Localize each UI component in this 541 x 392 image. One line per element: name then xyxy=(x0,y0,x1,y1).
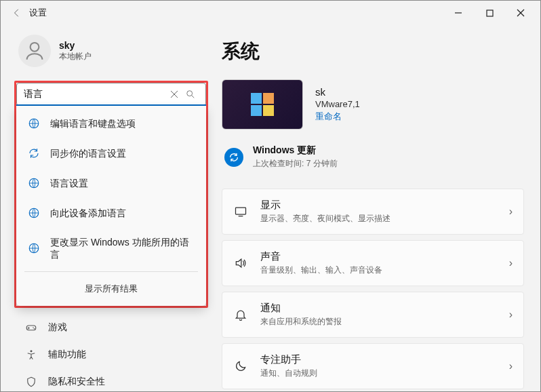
card-focus-assist[interactable]: 专注助手通知、自动规则 › xyxy=(222,343,524,389)
nav-label: 隐私和安全性 xyxy=(48,376,105,388)
card-sub: 显示器、亮度、夜间模式、显示描述 xyxy=(260,213,497,224)
search-button[interactable] xyxy=(182,90,199,99)
svg-point-16 xyxy=(31,351,33,353)
svg-line-8 xyxy=(192,96,195,98)
username: sky xyxy=(59,40,92,51)
back-button[interactable] xyxy=(5,1,29,25)
update-checked: 上次检查时间: 7 分钟前 xyxy=(253,158,338,170)
shield-icon xyxy=(25,376,37,388)
nav-label: 游戏 xyxy=(48,321,67,334)
suggestion-label: 向此设备添加语言 xyxy=(50,207,126,219)
language-icon xyxy=(27,117,41,130)
windows-update[interactable]: Windows 更新 上次检查时间: 7 分钟前 xyxy=(224,144,524,170)
system-info: sk VMware7,1 重命名 xyxy=(222,79,524,130)
pc-name: sk xyxy=(315,86,360,98)
search-box[interactable] xyxy=(16,83,206,106)
bell-icon xyxy=(233,307,248,322)
card-title: 声音 xyxy=(260,250,497,263)
language-icon xyxy=(27,241,41,255)
update-icon xyxy=(224,148,243,167)
nav-privacy[interactable]: 隐私和安全性 xyxy=(17,369,205,392)
card-display[interactable]: 显示显示器、亮度、夜间模式、显示描述 › xyxy=(222,189,524,235)
language-icon xyxy=(27,176,41,190)
card-sub: 音量级别、输出、输入、声音设备 xyxy=(260,264,497,276)
card-notifications[interactable]: 通知来自应用和系统的警报 › xyxy=(222,292,524,338)
avatar xyxy=(18,35,51,67)
suggestion-item[interactable]: 向此设备添加语言 xyxy=(16,198,206,228)
display-icon xyxy=(233,204,248,219)
minimize-icon xyxy=(454,9,462,17)
suggestion-item[interactable]: 语言设置 xyxy=(16,168,206,198)
suggestion-item[interactable]: 同步你的语言设置 xyxy=(16,138,206,168)
titlebar: 设置 xyxy=(1,1,540,25)
card-sub: 通知、自动规则 xyxy=(260,368,497,379)
svg-rect-17 xyxy=(236,208,246,214)
update-title: Windows 更新 xyxy=(253,144,338,157)
svg-point-7 xyxy=(187,91,193,96)
window-title: 设置 xyxy=(29,7,47,19)
user-profile[interactable]: sky 本地帐户 xyxy=(18,35,208,67)
accessibility-icon xyxy=(25,349,37,361)
search-input[interactable] xyxy=(24,89,166,100)
svg-rect-1 xyxy=(487,10,493,16)
suggestion-label: 语言设置 xyxy=(50,177,88,189)
card-sound[interactable]: 声音音量级别、输出、输入、声音设备 › xyxy=(222,240,524,286)
suggestion-label: 更改显示 Windows 功能所用的语言 xyxy=(50,236,195,260)
close-icon xyxy=(517,9,525,17)
person-icon xyxy=(23,39,46,62)
chevron-right-icon: › xyxy=(509,205,513,218)
page-title: 系统 xyxy=(222,39,524,64)
card-title: 通知 xyxy=(260,302,497,315)
sound-icon xyxy=(233,256,248,271)
windows-logo-icon xyxy=(251,93,274,116)
minimize-button[interactable] xyxy=(443,2,474,24)
rename-link[interactable]: 重命名 xyxy=(315,111,360,123)
moon-icon xyxy=(233,359,248,374)
card-title: 显示 xyxy=(260,199,497,212)
svg-point-14 xyxy=(33,328,34,329)
suggestion-item[interactable]: 编辑语言和键盘选项 xyxy=(16,109,206,138)
show-all-results[interactable]: 显示所有结果 xyxy=(16,275,206,303)
search-icon xyxy=(186,90,195,99)
suggestion-label: 编辑语言和键盘选项 xyxy=(50,117,136,130)
sidebar: sky 本地帐户 编辑语言和键盘选项 同步你的语言设置 xyxy=(1,25,211,391)
search-highlight: 编辑语言和键盘选项 同步你的语言设置 语言设置 向此设备添加语言 更改显示 Wi… xyxy=(14,81,208,308)
maximize-icon xyxy=(486,9,494,17)
svg-point-15 xyxy=(34,328,35,330)
arrow-left-icon xyxy=(12,8,22,18)
chevron-right-icon: › xyxy=(509,309,513,321)
x-icon xyxy=(170,90,178,98)
maximize-button[interactable] xyxy=(474,2,505,24)
chevron-right-icon: › xyxy=(509,360,513,372)
gamepad-icon xyxy=(25,321,37,334)
close-button[interactable] xyxy=(505,2,536,24)
card-sub: 来自应用和系统的警报 xyxy=(260,316,497,328)
nav-gaming[interactable]: 游戏 xyxy=(17,315,205,340)
card-title: 专注助手 xyxy=(260,353,497,366)
account-type: 本地帐户 xyxy=(59,51,92,62)
suggestion-label: 同步你的语言设置 xyxy=(50,147,126,159)
device-image xyxy=(222,79,303,130)
pc-model: VMware7,1 xyxy=(315,99,360,109)
clear-button[interactable] xyxy=(166,90,182,98)
nav-accessibility[interactable]: 辅助功能 xyxy=(17,342,205,368)
suggestion-item[interactable]: 更改显示 Windows 功能所用的语言 xyxy=(16,228,206,269)
search-suggestions: 编辑语言和键盘选项 同步你的语言设置 语言设置 向此设备添加语言 更改显示 Wi… xyxy=(16,106,206,306)
nav-label: 辅助功能 xyxy=(48,349,86,361)
sync-icon xyxy=(27,146,41,160)
chevron-right-icon: › xyxy=(509,257,513,269)
main-content: 系统 sk VMware7,1 重命名 Windows 更新 上次检查时间: 7… xyxy=(211,25,540,391)
svg-point-4 xyxy=(31,43,39,52)
language-icon xyxy=(27,206,41,220)
